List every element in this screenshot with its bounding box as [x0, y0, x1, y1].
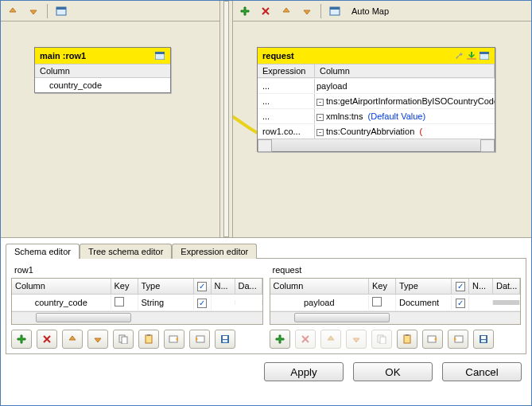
- cell-type[interactable]: Document: [396, 295, 452, 310]
- output-toolbar: Auto Map: [233, 1, 531, 21]
- schema-right-title: request: [270, 264, 522, 278]
- svg-rect-8: [480, 52, 489, 54]
- import-button[interactable]: [164, 330, 184, 349]
- add-button[interactable]: [270, 330, 290, 349]
- collapse-icon[interactable]: -: [316, 129, 324, 136]
- cell-key[interactable]: [111, 295, 138, 310]
- extra: (: [419, 127, 422, 136]
- head-date[interactable]: Dat...: [493, 279, 520, 294]
- node-header[interactable]: main :row1: [35, 48, 170, 64]
- head-check[interactable]: [452, 279, 469, 294]
- cell-nullable[interactable]: [469, 300, 493, 305]
- head-check[interactable]: [194, 279, 212, 294]
- move-down-icon[interactable]: [298, 3, 316, 19]
- svg-rect-5: [330, 7, 340, 10]
- move-down-icon[interactable]: [25, 3, 42, 19]
- cell-check[interactable]: [194, 295, 212, 310]
- remove-icon[interactable]: [257, 3, 274, 19]
- output-pane: Auto Map request Exp: [233, 1, 531, 237]
- input-canvas[interactable]: main :row1 Column country_code: [1, 21, 219, 237]
- grid-row[interactable]: payload Document: [270, 295, 521, 311]
- splitter-vertical[interactable]: [220, 1, 233, 237]
- cell-type[interactable]: String: [138, 295, 194, 310]
- add-button[interactable]: [11, 330, 32, 349]
- ok-button[interactable]: OK: [353, 362, 433, 381]
- grid-row[interactable]: country_code String: [12, 295, 262, 311]
- svg-rect-10: [122, 337, 127, 344]
- cell-date[interactable]: [493, 300, 520, 305]
- save-button[interactable]: [215, 330, 235, 349]
- extra: (Default Value): [368, 111, 426, 121]
- tab-tree-schema-editor[interactable]: Tree schema editor: [80, 244, 172, 259]
- horizontal-scrollbar[interactable]: [258, 139, 495, 151]
- editor-tabs-area: Schema editor Tree schema editor Express…: [1, 238, 531, 354]
- tab-schema-editor[interactable]: Schema editor: [6, 244, 80, 259]
- wrench-icon[interactable]: [453, 50, 464, 61]
- paste-button[interactable]: [397, 330, 417, 349]
- cell-check[interactable]: [452, 295, 469, 310]
- add-icon[interactable]: [236, 3, 254, 19]
- import-icon[interactable]: [466, 50, 477, 61]
- remove-button[interactable]: [37, 330, 57, 349]
- column-heads: Expression Column: [258, 64, 495, 78]
- paste-button[interactable]: [138, 330, 159, 349]
- tree-row[interactable]: ... -tns:getAirportInformationByISOCount…: [258, 93, 495, 108]
- window-icon[interactable]: [326, 3, 344, 19]
- grid-scrollbar[interactable]: [12, 311, 262, 324]
- column-head: Column: [35, 64, 170, 78]
- mapping-dialog: main :row1 Column country_code Auto Map: [0, 0, 532, 406]
- window-icon[interactable]: [52, 3, 70, 19]
- head-nullable[interactable]: N...: [469, 279, 493, 294]
- import-button[interactable]: [422, 330, 443, 349]
- window-icon[interactable]: [479, 50, 490, 61]
- input-node-row1[interactable]: main :row1 Column country_code: [34, 47, 171, 93]
- tab-expression-editor[interactable]: Expression editor: [172, 244, 257, 259]
- cell-nullable[interactable]: [212, 300, 235, 305]
- row-country-code[interactable]: country_code: [35, 78, 170, 92]
- tab-body-schema: row1 Column Key Type N... Da... country_…: [6, 258, 526, 354]
- tree-row[interactable]: ... -xmlns:tns (Default Value): [258, 108, 495, 123]
- window-icon[interactable]: [154, 50, 165, 61]
- output-node-request[interactable]: request Expression Column ...: [257, 47, 495, 152]
- collapse-icon[interactable]: -: [316, 99, 324, 106]
- output-canvas[interactable]: request Expression Column ...: [233, 21, 531, 237]
- apply-button[interactable]: Apply: [264, 362, 344, 381]
- head-type[interactable]: Type: [396, 279, 452, 294]
- head-nullable[interactable]: N...: [212, 279, 235, 294]
- tree-row[interactable]: ... payload: [258, 78, 495, 93]
- export-button[interactable]: [189, 330, 210, 349]
- cell-col[interactable]: country_code: [12, 295, 111, 310]
- svg-rect-12: [147, 334, 150, 336]
- head-column[interactable]: Column: [12, 279, 111, 294]
- cell-col[interactable]: payload: [270, 295, 370, 310]
- label: payload: [316, 81, 348, 91]
- copy-button[interactable]: [113, 330, 134, 349]
- move-up-icon[interactable]: [278, 3, 295, 19]
- svg-rect-26: [481, 340, 486, 342]
- cancel-button[interactable]: Cancel: [442, 362, 522, 381]
- move-up-button[interactable]: [62, 330, 83, 349]
- grid-header: Column Key Type N... Da...: [12, 279, 262, 295]
- move-down-button[interactable]: [87, 330, 108, 349]
- label: tns:getAirportInformationByISOCountryCod…: [326, 96, 495, 106]
- head-date[interactable]: Da...: [235, 279, 262, 294]
- automap-button[interactable]: Auto Map: [347, 6, 394, 16]
- head-key[interactable]: Key: [111, 279, 138, 294]
- cell-date[interactable]: [235, 300, 262, 305]
- schema-right-buttons: [270, 325, 522, 349]
- tree-row[interactable]: row1.co... -tns:CountryAbbrviation (: [258, 123, 495, 139]
- export-button[interactable]: [448, 330, 468, 349]
- schema-left-grid: Column Key Type N... Da... country_code …: [11, 278, 263, 325]
- node-header[interactable]: request: [258, 48, 495, 64]
- move-up-icon[interactable]: [4, 3, 21, 19]
- head-column[interactable]: Column: [270, 279, 370, 294]
- mapping-canvas-area: main :row1 Column country_code Auto Map: [1, 1, 531, 238]
- head-type[interactable]: Type: [138, 279, 194, 294]
- collapse-icon[interactable]: -: [316, 114, 324, 121]
- svg-rect-20: [404, 335, 410, 343]
- tree-rows: ... payload ... -tns:getAirportInformati…: [258, 78, 495, 139]
- save-button[interactable]: [473, 330, 494, 349]
- cell-key[interactable]: [369, 295, 396, 310]
- grid-scrollbar[interactable]: [270, 311, 521, 324]
- head-key[interactable]: Key: [369, 279, 396, 294]
